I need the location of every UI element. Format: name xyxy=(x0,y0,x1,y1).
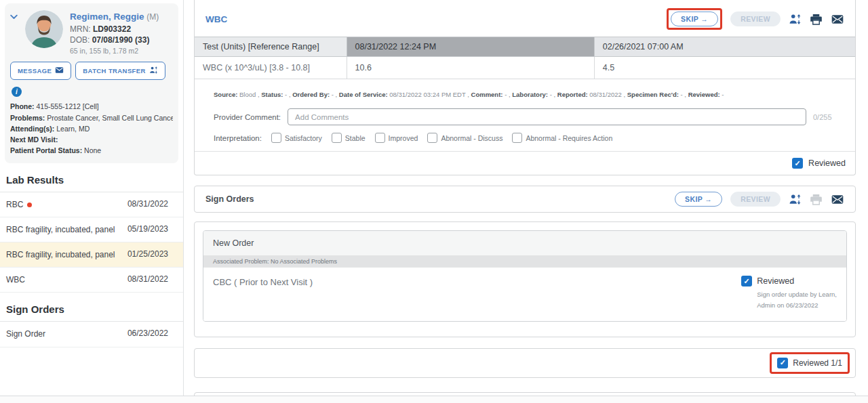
order-reviewed-block: ✓ Reviewed Sign order update by Learn, A… xyxy=(741,276,837,311)
interpretation-checkbox-abnormal-discuss[interactable]: Abnormal - Discuss xyxy=(427,133,502,143)
phone-value: 415-555-1212 [Cell] xyxy=(37,102,99,110)
sign-orders-title: Sign Orders xyxy=(205,194,254,204)
new-order-content: CBC ( Prior to Next Visit ) ✓ Reviewed S… xyxy=(203,268,846,320)
sign-order-update-note: Sign order update by Learn, Admin on 06/… xyxy=(757,289,837,311)
info-icon[interactable]: i xyxy=(12,87,22,97)
meta-label: Laboratory: xyxy=(512,91,549,98)
meta-label: Reviewed: xyxy=(688,91,722,98)
message-button[interactable]: MESSAGE xyxy=(10,62,71,80)
interpretation-checkbox-abnormal-requires-action[interactable]: Abnormal - Requires Action xyxy=(512,133,612,143)
provider-comment-row: Provider Comment: 0/255 xyxy=(195,102,855,131)
batch-transfer-label: BATCH TRANSFER xyxy=(83,67,146,75)
list-item[interactable]: RBC fragility, incubated, panel01/25/202… xyxy=(0,242,183,268)
reviewed-summary-panel: ✓ Reviewed 1/1 xyxy=(194,348,856,378)
list-item[interactable]: RBC08/31/2022 xyxy=(0,192,183,217)
table-cell: 4.5 xyxy=(594,57,855,79)
wbc-panel-header: WBC SKIP → REVIEW xyxy=(195,0,855,37)
meta-label: Specimen Rec'd: xyxy=(627,91,681,98)
batch-transfer-button[interactable]: BATCH TRANSFER xyxy=(75,62,165,80)
table-cell: 10.6 xyxy=(347,57,594,79)
item-date: 08/31/2022 xyxy=(127,199,168,209)
skip-button[interactable]: SKIP → xyxy=(675,192,722,207)
printer-icon[interactable] xyxy=(810,13,823,26)
provider-comment-input[interactable] xyxy=(288,108,806,125)
checkbox-unchecked[interactable] xyxy=(332,133,342,143)
transfer-patient-icon[interactable] xyxy=(789,13,802,26)
next-visit-label: Next MD Visit: xyxy=(10,135,58,144)
checkbox-label: Stable xyxy=(345,134,366,142)
meta-value: 08/31/2022 xyxy=(589,91,622,98)
portal-label: Patient Portal Status: xyxy=(10,146,82,154)
meta-value: - xyxy=(681,91,683,98)
associated-problem-strip: Associated Problem: No Associated Proble… xyxy=(203,255,846,268)
results-table: Test (Units) [Reference Range]08/31/2022… xyxy=(195,37,855,79)
new-order-card: New Order Associated Problem: No Associa… xyxy=(203,230,847,321)
meta-label: Ordered By: xyxy=(292,91,332,98)
sign-orders-controls: SKIP → REVIEW xyxy=(675,192,844,207)
patient-dob: DOB: 07/08/1990 (33) xyxy=(70,35,159,45)
mrn-label: MRN: xyxy=(70,24,91,34)
patient-next-visit: Next MD Visit: xyxy=(10,134,173,145)
note-line-1: Sign order update by Learn, xyxy=(757,289,837,300)
reviewed-summary-checkbox-checked[interactable]: ✓ xyxy=(777,358,788,368)
checkbox-label: Abnormal - Requires Action xyxy=(526,134,612,142)
column-header: Test (Units) [Reference Range] xyxy=(195,37,347,57)
checkbox-label: Satisfactory xyxy=(285,134,322,142)
result-meta: Source: Blood , Status: - , Ordered By: … xyxy=(195,79,855,102)
item-date: 06/23/2022 xyxy=(127,328,168,338)
meta-value: - xyxy=(722,91,724,98)
patient-attending: Attending(s): Learn, MD xyxy=(10,123,173,134)
reviewed-label: Reviewed xyxy=(808,158,846,168)
item-label: RBC xyxy=(6,199,122,210)
list-item[interactable]: WBC08/31/2022 xyxy=(0,268,183,293)
skip-button[interactable]: SKIP → xyxy=(671,12,718,26)
envelope-icon[interactable] xyxy=(831,193,844,206)
patient-sidebar: Regimen, Reggie (M) MRN: LD903322 DOB: 0… xyxy=(0,0,184,396)
checkbox-unchecked[interactable] xyxy=(375,133,385,143)
table-cell: WBC (x 10^3/uL) [3.8 - 10.8] xyxy=(195,57,347,79)
annotation-highlight-reviewed: ✓ Reviewed 1/1 xyxy=(770,352,850,374)
new-order-title: New Order xyxy=(203,231,846,255)
printer-icon-disabled xyxy=(810,193,823,206)
order-reviewed-checkbox-checked[interactable]: ✓ xyxy=(741,276,752,287)
dob-label: DOB: xyxy=(70,35,90,45)
person-transfer-icon xyxy=(149,66,158,76)
panel-title: WBC xyxy=(205,14,227,24)
column-header[interactable]: 02/26/2021 07:00 AM xyxy=(594,37,855,57)
list-item[interactable]: RBC fragility, incubated, panel05/19/202… xyxy=(0,217,183,242)
checkbox-unchecked[interactable] xyxy=(512,133,522,143)
transfer-patient-icon[interactable] xyxy=(789,193,802,206)
checkbox-unchecked[interactable] xyxy=(271,133,281,143)
envelope-icon xyxy=(55,66,64,76)
interpretation-row: Interpretation: SatisfactoryStableImprov… xyxy=(195,131,855,151)
item-label: WBC xyxy=(6,274,122,285)
wbc-panel-controls: SKIP → REVIEW xyxy=(667,8,844,30)
patient-sex: (M) xyxy=(146,12,159,22)
reviewed-checkbox-checked[interactable]: ✓ xyxy=(792,158,803,169)
review-button[interactable]: REVIEW xyxy=(730,12,781,26)
envelope-icon[interactable] xyxy=(831,13,844,26)
mrn-value: LD903322 xyxy=(93,24,131,34)
meta-value: - xyxy=(550,91,552,98)
meta-value: - xyxy=(285,91,287,98)
patient-portal-status: Patient Portal Status: None xyxy=(10,145,173,156)
attending-label: Attending(s): xyxy=(10,125,54,133)
order-reviewed-label: Reviewed xyxy=(757,276,794,286)
checkbox-unchecked[interactable] xyxy=(427,133,437,143)
patient-biometrics: 65 in, 155 lb, 1.78 m2 xyxy=(70,47,159,55)
reviewed-summary: ✓ Reviewed 1/1 xyxy=(774,356,846,370)
item-label: RBC fragility, incubated, panel xyxy=(6,224,122,235)
column-header[interactable]: 08/31/2022 12:24 PM xyxy=(347,37,594,57)
annotation-highlight-skip: SKIP → xyxy=(667,8,722,30)
item-date: 08/31/2022 xyxy=(127,274,168,284)
interpretation-checkbox-satisfactory[interactable]: Satisfactory xyxy=(271,133,322,143)
patient-name[interactable]: Regimen, Reggie xyxy=(70,12,144,22)
table-row: WBC (x 10^3/uL) [3.8 - 10.8]10.64.5 xyxy=(195,57,855,79)
chevron-down-icon[interactable] xyxy=(9,12,19,24)
review-button[interactable]: REVIEW xyxy=(730,192,781,207)
meta-label: Date of Service: xyxy=(339,91,389,98)
list-item[interactable]: Sign Order06/23/2022 xyxy=(0,322,183,347)
interpretation-checkbox-improved[interactable]: Improved xyxy=(375,133,418,143)
interpretation-checkbox-stable[interactable]: Stable xyxy=(332,133,366,143)
patient-problems: Problems: Prostate Cancer, Small Cell Lu… xyxy=(10,112,173,123)
